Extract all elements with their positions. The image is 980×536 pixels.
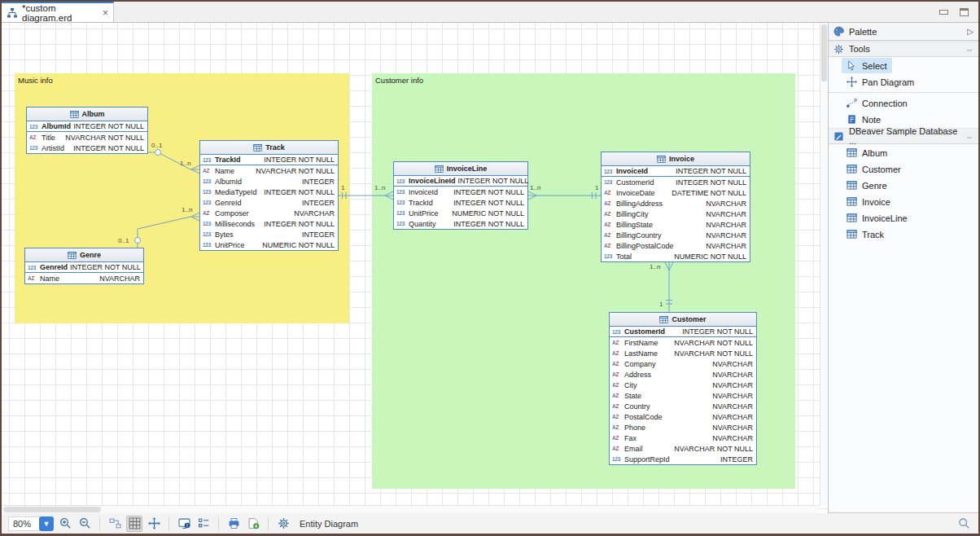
palette-section-header-dbeaver-sample-database[interactable]: DBeaver Sample Database ...⇔ xyxy=(829,128,978,144)
entity-column-row[interactable]: 123MediaTypeIdINTEGER NOT NULL xyxy=(200,187,338,197)
entity-invoice[interactable]: Invoice123InvoiceIdINTEGER NOT NULL123Cu… xyxy=(601,152,750,262)
entity-column-row[interactable]: AZCountryNVARCHAR xyxy=(610,401,756,411)
entity-column-row[interactable]: AZBillingPostalCodeNVARCHAR xyxy=(602,240,750,251)
auto-layout-button[interactable] xyxy=(107,516,123,532)
settings-gear-icon[interactable] xyxy=(275,516,291,532)
entity-column-row[interactable]: AZCityNVARCHAR xyxy=(610,380,756,390)
palette-item-album[interactable]: Album xyxy=(842,145,892,160)
zoom-in-button[interactable] xyxy=(57,516,73,532)
palette-section-header-tools[interactable]: Tools⇔ xyxy=(829,41,978,57)
entity-column-row[interactable]: AZTitleNVARCHAR NOT NULL xyxy=(27,132,147,143)
minimize-icon[interactable] xyxy=(939,10,948,15)
entity-column-row[interactable]: 123MillisecondsINTEGER NOT NULL xyxy=(200,218,338,229)
entity-column-row[interactable]: 123GenreIdINTEGER xyxy=(200,197,338,208)
entity-track[interactable]: Track123TrackIdINTEGER NOT NULLAZNameNVA… xyxy=(199,140,339,251)
palette-sections: Tools⇔SelectPan DiagramConnectionNoteDBe… xyxy=(829,41,978,243)
entity-header[interactable]: Customer xyxy=(610,313,756,327)
entity-column-row[interactable]: 123AlbumIdINTEGER NOT NULL xyxy=(27,121,147,132)
palette-header[interactable]: Palette ▷ xyxy=(829,23,978,41)
entity-column-row[interactable]: 123InvoiceIdINTEGER NOT NULL xyxy=(602,166,750,177)
entity-column-row[interactable]: 123AlbumIdINTEGER xyxy=(200,176,338,187)
entity-column-row[interactable]: AZPhoneNVARCHAR xyxy=(610,422,756,433)
palette-item-customer[interactable]: Customer xyxy=(842,161,906,177)
palette-item-note[interactable]: Note xyxy=(842,112,886,127)
entity-column-row[interactable]: 123UnitPriceNUMERIC NOT NULL xyxy=(394,208,527,218)
palette-item-track[interactable]: Track xyxy=(842,226,889,242)
palette-item-label: Genre xyxy=(862,181,887,191)
tab-close-icon[interactable]: × xyxy=(103,7,108,19)
palette-item-connection[interactable]: Connection xyxy=(842,95,912,111)
string-type-icon: AZ xyxy=(612,424,622,430)
vertical-scrollbar[interactable] xyxy=(820,23,828,505)
entity-column-row[interactable]: AZCompanyNVARCHAR xyxy=(610,358,756,369)
entity-column-row[interactable]: AZInvoiceDateDATETIME NOT NULL xyxy=(602,187,750,198)
entity-column-row[interactable]: AZBillingCountryNVARCHAR xyxy=(602,230,750,240)
entity-column-row[interactable]: AZNameNVARCHAR NOT NULL xyxy=(200,165,338,176)
entity-column-row[interactable]: 123CustomerIdINTEGER NOT NULL xyxy=(610,327,756,337)
entity-column-row[interactable]: AZStateNVARCHAR xyxy=(610,390,756,401)
note-icon xyxy=(847,114,857,125)
string-type-icon: AZ xyxy=(612,403,622,409)
column-type: NVARCHAR NOT NULL xyxy=(674,349,753,358)
diagram-settings-button[interactable] xyxy=(195,516,212,532)
palette-expand-icon[interactable]: ▷ xyxy=(967,27,973,36)
entity-column-row[interactable]: 123GenreIdINTEGER NOT NULL xyxy=(25,262,143,273)
entity-genre[interactable]: Genre123GenreIdINTEGER NOT NULLAZNameNVA… xyxy=(24,248,144,284)
entity-column-row[interactable]: AZFaxNVARCHAR xyxy=(610,433,756,443)
palette-item-select[interactable]: Select xyxy=(842,58,892,73)
entity-column-row[interactable]: AZComposerNVARCHAR xyxy=(200,208,338,218)
entity-column-row[interactable]: 123SupportRepIdINTEGER xyxy=(610,454,756,464)
entity-header[interactable]: Album xyxy=(27,108,147,121)
entity-column-row[interactable]: AZPostalCodeNVARCHAR xyxy=(610,411,756,422)
entity-column-row[interactable]: AZEmailNVARCHAR NOT NULL xyxy=(610,443,756,454)
string-type-icon: AZ xyxy=(604,243,614,248)
zoom-dropdown-button[interactable]: ▼ xyxy=(39,516,54,531)
entity-column-row[interactable]: AZBillingStateNVARCHAR xyxy=(602,219,750,230)
entity-header[interactable]: Genre xyxy=(25,248,143,262)
entity-header[interactable]: Track xyxy=(200,141,338,155)
column-type: INTEGER NOT NULL xyxy=(73,122,144,130)
zoom-out-button[interactable] xyxy=(77,516,93,532)
column-type: INTEGER NOT NULL xyxy=(73,144,144,152)
entity-column-row[interactable]: AZLastNameNVARCHAR NOT NULL xyxy=(610,348,756,358)
entity-column-row[interactable]: AZBillingCityNVARCHAR xyxy=(602,209,750,219)
diagram-canvas[interactable]: Music infoCustomer infoAlbum123AlbumIdIN… xyxy=(2,23,828,513)
entity-column-row[interactable]: 123CustomerIdINTEGER NOT NULL xyxy=(602,177,750,187)
entity-column-row[interactable]: 123BytesINTEGER xyxy=(200,229,338,239)
entity-column-row[interactable]: AZAddressNVARCHAR xyxy=(610,369,756,380)
entity-album[interactable]: Album123AlbumIdINTEGER NOT NULLAZTitleNV… xyxy=(26,107,148,154)
diagram-info-button[interactable] xyxy=(176,516,192,532)
entity-column-row[interactable]: 123TrackIdINTEGER NOT NULL xyxy=(200,155,338,165)
entity-column-row[interactable]: AZFirstNameNVARCHAR NOT NULL xyxy=(610,337,756,348)
print-button[interactable] xyxy=(225,516,242,532)
palette-item-invoice[interactable]: Invoice xyxy=(842,194,895,209)
fit-page-button[interactable] xyxy=(146,516,162,532)
pin-icon[interactable]: ⇔ xyxy=(965,132,973,141)
entity-header[interactable]: InvoiceLine xyxy=(394,162,527,176)
tab-custom-diagram[interactable]: *custom diagram.erd × xyxy=(2,2,114,22)
table-icon xyxy=(847,180,857,191)
entity-column-row[interactable]: AZNameNVARCHAR xyxy=(25,273,143,283)
zoom-level-field[interactable]: 80% xyxy=(8,516,39,531)
search-icon[interactable] xyxy=(956,516,972,532)
maximize-icon[interactable] xyxy=(960,8,969,16)
entity-column-row[interactable]: 123QuantityINTEGER NOT NULL xyxy=(394,218,527,229)
entity-column-row[interactable]: 123TrackIdINTEGER NOT NULL xyxy=(394,197,527,208)
entity-invoiceline[interactable]: InvoiceLine123InvoiceLineIdINTEGER NOT N… xyxy=(393,161,528,230)
entity-customer[interactable]: Customer123CustomerIdINTEGER NOT NULLAZF… xyxy=(609,312,757,465)
pin-icon[interactable]: ⇔ xyxy=(965,45,973,54)
entity-column-row[interactable]: 123InvoiceLineIdINTEGER NOT NULL xyxy=(394,176,527,187)
save-as-image-button[interactable] xyxy=(245,516,261,532)
toggle-grid-button[interactable] xyxy=(126,516,142,532)
palette-item-invoiceline[interactable]: InvoiceLine xyxy=(842,210,912,226)
horizontal-scrollbar[interactable] xyxy=(2,505,820,513)
connection-icon xyxy=(847,98,857,108)
entity-column-row[interactable]: 123TotalNUMERIC NOT NULL xyxy=(602,251,750,261)
entity-column-row[interactable]: 123ArtistIdINTEGER NOT NULL xyxy=(27,143,147,153)
entity-column-row[interactable]: 123InvoiceIdINTEGER NOT NULL xyxy=(394,187,527,197)
entity-column-row[interactable]: AZBillingAddressNVARCHAR xyxy=(602,198,750,209)
entity-column-row[interactable]: 123UnitPriceNUMERIC NOT NULL xyxy=(200,239,338,250)
palette-item-pan-diagram[interactable]: Pan Diagram xyxy=(842,74,919,90)
entity-header[interactable]: Invoice xyxy=(602,152,750,166)
palette-item-genre[interactable]: Genre xyxy=(842,178,892,193)
